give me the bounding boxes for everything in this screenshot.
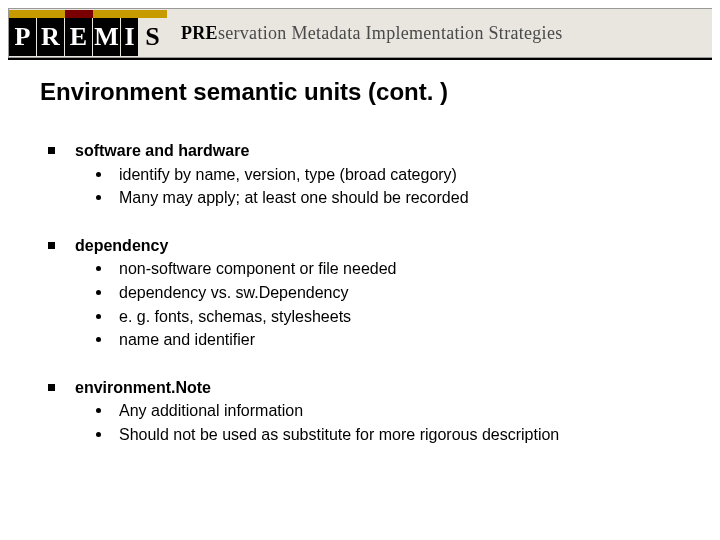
sub-item: Should not be used as substitute for mor…	[119, 424, 690, 446]
dot-bullet-icon	[96, 314, 101, 319]
slide-body: software and hardware identify by name, …	[48, 140, 690, 472]
square-bullet-icon	[48, 242, 55, 249]
dot-bullet-icon	[96, 195, 101, 200]
list-item: software and hardware identify by name, …	[48, 140, 690, 209]
item-title: dependency	[75, 235, 168, 257]
premis-logo: P R E M I S	[9, 10, 167, 56]
logo-letter: M	[93, 18, 121, 56]
dot-bullet-icon	[96, 432, 101, 437]
logo-bar: P R E M I S PREservation Metadata Implem…	[8, 8, 712, 58]
logo-letter: S	[139, 18, 167, 56]
dot-bullet-icon	[96, 290, 101, 295]
logo-letter: I	[121, 18, 139, 56]
logo-letter: R	[37, 18, 65, 56]
logo-letter: P	[9, 18, 37, 56]
sub-item: non-software component or file needed	[119, 258, 690, 280]
list-item: dependency non-software component or fil…	[48, 235, 690, 351]
slide-title: Environment semantic units (cont. )	[40, 78, 680, 106]
dot-bullet-icon	[96, 266, 101, 271]
dot-bullet-icon	[96, 172, 101, 177]
item-title: environment.Note	[75, 377, 211, 399]
logo-tagline: PREservation Metadata Implementation Str…	[181, 23, 563, 44]
square-bullet-icon	[48, 147, 55, 154]
item-title: software and hardware	[75, 140, 249, 162]
header-rule	[8, 58, 712, 60]
sub-item: dependency vs. sw.Dependency	[119, 282, 690, 304]
logo-tagline-rest: servation Metadata Implementation Strate…	[218, 23, 563, 43]
sub-item: Many may apply; at least one should be r…	[119, 187, 690, 209]
dot-bullet-icon	[96, 337, 101, 342]
square-bullet-icon	[48, 384, 55, 391]
list-item: environment.Note Any additional informat…	[48, 377, 690, 446]
sub-item: identify by name, version, type (broad c…	[119, 164, 690, 186]
sub-item: name and identifier	[119, 329, 690, 351]
logo-tagline-bold: PRE	[181, 23, 218, 43]
sub-item: e. g. fonts, schemas, stylesheets	[119, 306, 690, 328]
dot-bullet-icon	[96, 408, 101, 413]
slide: P R E M I S PREservation Metadata Implem…	[0, 0, 720, 540]
logo-letter: E	[65, 18, 93, 56]
sub-item: Any additional information	[119, 400, 690, 422]
